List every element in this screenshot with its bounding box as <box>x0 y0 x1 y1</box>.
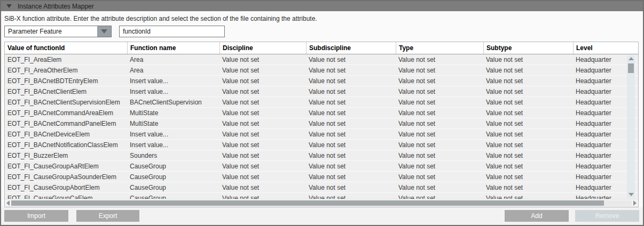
table-body: EOT_FI_AreaElemAreaValue not setValue no… <box>5 54 638 199</box>
panel-titlebar[interactable]: Instance Attributes Mapper <box>1 1 643 11</box>
table-row[interactable]: EOT_FI_AreaOtherElemAreaValue not setVal… <box>5 65 638 76</box>
scroll-down-arrow-icon[interactable] <box>629 193 634 196</box>
table-cell: EOT_FI_BuzzerElem <box>5 150 127 160</box>
table-row[interactable]: EOT_FI_CauseGroupAaSounderElemCauseGroup… <box>5 172 638 182</box>
table-cell: Value not set <box>396 172 483 182</box>
table-row[interactable]: EOT_FI_BACnetClientElemInsert value...Va… <box>5 86 638 97</box>
table-cell: EOT_FI_CauseGroupAbortElem <box>5 182 127 192</box>
table-cell: Value not set <box>483 118 573 128</box>
remove-button: Remove <box>575 210 639 222</box>
table-cell: Value not set <box>306 118 396 128</box>
table-row[interactable]: EOT_FI_BuzzerElemSoundersValue not setVa… <box>5 150 638 161</box>
collapse-triangle-icon[interactable] <box>6 4 12 8</box>
scroll-up-arrow-icon[interactable] <box>629 57 634 60</box>
table-cell: EOT_FI_CauseGroupAaSounderElem <box>5 172 127 182</box>
column-header-level[interactable]: Level <box>573 42 638 54</box>
table-cell: Value not set <box>219 150 306 160</box>
table-row[interactable]: EOT_FI_BACnetCommandAreaElemMultiStateVa… <box>5 108 638 118</box>
table-cell: Value not set <box>306 150 396 160</box>
table-cell: Value not set <box>396 76 483 86</box>
table-cell: BACnetClientSupervision <box>127 97 219 107</box>
table-cell: MultiState <box>127 108 219 118</box>
table-cell: EOT_FI_BACnetClientSupervisionElem <box>5 97 127 107</box>
table-row[interactable]: EOT_FI_CauseGroupAbortElemCauseGroupValu… <box>5 182 638 193</box>
table-cell: Value not set <box>396 140 483 150</box>
table-cell: EOT_FI_CauseGroupCaElem <box>5 193 127 199</box>
table-cell: EOT_FI_BACnetClientElem <box>5 86 127 96</box>
table-row[interactable]: EOT_FI_AreaElemAreaValue not setValue no… <box>5 54 638 65</box>
table-row[interactable]: EOT_FI_BACnetDeviceElemInsert value...Va… <box>5 129 638 140</box>
table-cell: Value not set <box>219 140 306 150</box>
table-row[interactable]: EOT_FI_CauseGroupAaRtElemCauseGroupValue… <box>5 161 638 172</box>
table-cell: Value not set <box>483 129 573 139</box>
column-header-value-of-functionid[interactable]: Value of functionId <box>5 42 127 54</box>
table-cell: Value not set <box>219 54 306 64</box>
table-cell: Value not set <box>306 86 396 96</box>
attribute-description-input[interactable] <box>119 26 225 37</box>
export-button[interactable]: Export <box>76 210 139 222</box>
vertical-scroll-thumb[interactable] <box>628 63 634 73</box>
column-header-type[interactable]: Type <box>396 42 483 54</box>
table-cell: Value not set <box>396 182 483 192</box>
table-row[interactable]: EOT_FI_CauseGroupCaElemCauseGroupValue n… <box>5 193 638 199</box>
horizontal-scroll-track[interactable] <box>11 200 632 206</box>
table-cell: Value not set <box>483 97 573 107</box>
add-button[interactable]: Add <box>505 210 569 222</box>
table-cell: Value not set <box>483 182 573 192</box>
column-header-discipline[interactable]: Discipline <box>219 42 306 54</box>
table-cell: Value not set <box>219 129 306 139</box>
instance-attributes-mapper-panel: Instance Attributes Mapper SiB-X functio… <box>0 0 644 226</box>
table-cell: Area <box>127 54 219 64</box>
table-cell: Area <box>127 65 219 75</box>
panel-title: Instance Attributes Mapper <box>18 3 94 10</box>
table-cell: Value not set <box>396 65 483 75</box>
dropdown-arrow-button[interactable] <box>97 26 111 37</box>
horizontal-scroll-thumb[interactable] <box>11 200 604 206</box>
table-header-row: Value of functionIdFunction nameDiscipli… <box>5 42 638 54</box>
table-cell: Value not set <box>306 172 396 182</box>
column-header-function-name[interactable]: Function name <box>127 42 219 54</box>
table-cell: Value not set <box>219 182 306 192</box>
import-button[interactable]: Import <box>4 210 68 222</box>
table-cell: Value not set <box>306 108 396 118</box>
table-cell: Insert value... <box>127 86 219 96</box>
table-cell: Insert value... <box>127 140 219 150</box>
table-cell: Value not set <box>219 86 306 96</box>
table-cell: Value not set <box>219 193 306 199</box>
table-cell: Value not set <box>306 182 396 192</box>
table-cell: Value not set <box>306 140 396 150</box>
table-cell: Value not set <box>396 150 483 160</box>
table-cell: Value not set <box>219 161 306 171</box>
table-cell: Value not set <box>219 172 306 182</box>
table-row[interactable]: EOT_FI_BACnetBDTEntryElemInsert value...… <box>5 76 638 86</box>
table-cell: EOT_FI_AreaElem <box>5 54 127 64</box>
horizontal-scrollbar[interactable] <box>5 199 638 207</box>
column-header-subtype[interactable]: Subtype <box>483 42 573 54</box>
table-cell: Value not set <box>219 97 306 107</box>
vertical-scrollbar[interactable] <box>627 55 635 198</box>
table-cell: EOT_FI_CauseGroupAaRtElem <box>5 161 127 171</box>
table-row[interactable]: EOT_FI_BACnetNotificationClassElemInsert… <box>5 140 638 150</box>
table-row[interactable]: EOT_FI_BACnetClientSupervisionElemBACnet… <box>5 97 638 108</box>
table-cell: EOT_FI_BACnetCommandAreaElem <box>5 108 127 118</box>
table-cell: EOT_FI_BACnetBDTEntryElem <box>5 76 127 86</box>
table-cell: Value not set <box>306 76 396 86</box>
column-header-subdiscipline[interactable]: Subdiscipline <box>306 42 396 54</box>
table-cell: Value not set <box>396 118 483 128</box>
table-cell: Value not set <box>483 150 573 160</box>
table-cell: Insert value... <box>127 76 219 86</box>
table-cell: Insert value... <box>127 129 219 139</box>
table-cell: Value not set <box>306 193 396 199</box>
table-cell: Value not set <box>483 76 573 86</box>
scroll-left-arrow-icon[interactable] <box>6 200 10 206</box>
table-cell: EOT_FI_BACnetCommandPanelElem <box>5 118 127 128</box>
table-cell: Value not set <box>219 108 306 118</box>
table-row[interactable]: EOT_FI_BACnetCommandPanelElemMultiStateV… <box>5 118 638 129</box>
scroll-right-arrow-icon[interactable] <box>633 200 637 206</box>
table-cell: Value not set <box>396 97 483 107</box>
table-cell: Value not set <box>306 97 396 107</box>
table-cell: EOT_FI_BACnetDeviceElem <box>5 129 127 139</box>
table-cell: Value not set <box>396 193 483 199</box>
table-cell: Value not set <box>219 76 306 86</box>
attribute-section-dropdown[interactable]: Parameter Feature <box>4 26 112 37</box>
